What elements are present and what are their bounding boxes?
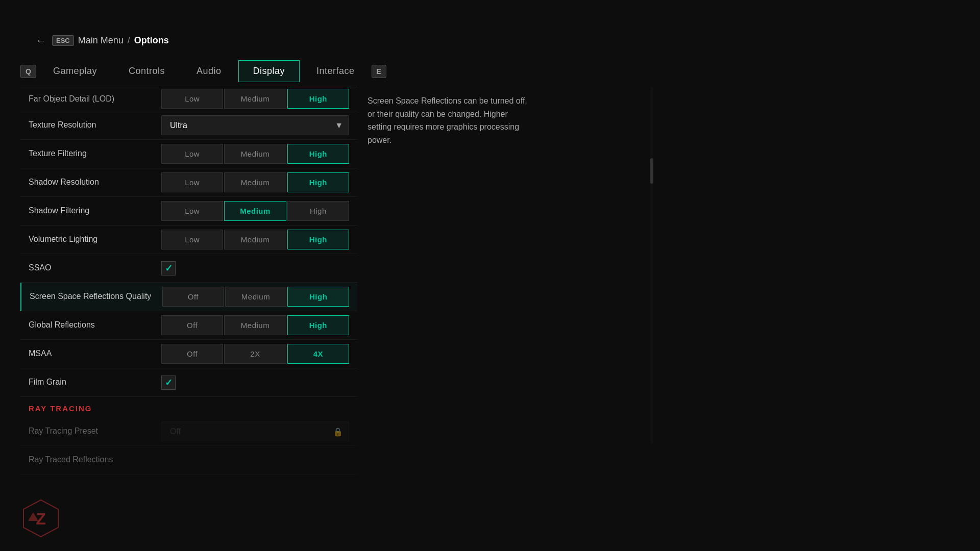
texture-resolution-dropdown-container: Ultra High Medium Low ▼ bbox=[161, 115, 349, 135]
shadow-filtering-medium[interactable]: Medium bbox=[224, 201, 286, 221]
global-reflections-buttons: Off Medium High bbox=[161, 315, 349, 335]
volumetric-lighting-label: Volumetric Lighting bbox=[29, 234, 161, 245]
msaa-off[interactable]: Off bbox=[161, 344, 223, 364]
tab-key-q[interactable]: Q bbox=[20, 65, 36, 78]
setting-row-ray-tracing-preset: Ray Tracing Preset Off 🔒 bbox=[20, 417, 357, 446]
ssao-checkbox[interactable]: ✓ bbox=[161, 261, 176, 276]
setting-row-far-object-detail: Far Object Detail (LOD) Low Medium High bbox=[20, 87, 357, 111]
ray-traced-reflections-label: Ray Traced Reflections bbox=[29, 455, 161, 465]
ssao-checkbox-wrapper: ✓ bbox=[161, 261, 176, 276]
breadcrumb: ← ESC Main Menu / Options bbox=[36, 35, 169, 46]
far-object-detail-high[interactable]: High bbox=[287, 89, 349, 109]
tab-key-e[interactable]: E bbox=[372, 65, 386, 78]
ssr-label: Screen Space Reflections Quality bbox=[30, 291, 162, 302]
texture-filtering-low[interactable]: Low bbox=[161, 144, 223, 164]
tab-controls[interactable]: Controls bbox=[114, 60, 180, 82]
shadow-filtering-high[interactable]: High bbox=[287, 201, 349, 221]
ray-tracing-preset-select: Off bbox=[161, 421, 349, 441]
far-object-detail-label: Far Object Detail (LOD) bbox=[29, 94, 161, 104]
film-grain-checkbox[interactable]: ✓ bbox=[161, 375, 176, 390]
setting-row-ray-traced-reflections: Ray Traced Reflections bbox=[20, 446, 357, 474]
tab-audio[interactable]: Audio bbox=[182, 60, 236, 82]
page-container: ← ESC Main Menu / Options Q Gameplay Con… bbox=[0, 0, 980, 551]
msaa-4x[interactable]: 4X bbox=[287, 344, 349, 364]
scrollbar-thumb[interactable] bbox=[650, 158, 653, 184]
ray-tracing-label: RAY TRACING bbox=[29, 404, 92, 413]
tab-separator bbox=[20, 86, 357, 86]
shadow-filtering-buttons: Low Medium High bbox=[161, 201, 349, 221]
ssr-medium[interactable]: Medium bbox=[225, 287, 287, 307]
msaa-label: MSAA bbox=[29, 348, 161, 359]
ssao-label: SSAO bbox=[29, 263, 161, 273]
svg-text:Z: Z bbox=[36, 510, 46, 528]
texture-resolution-label: Texture Resolution bbox=[29, 120, 161, 131]
lock-icon: 🔒 bbox=[333, 427, 343, 436]
texture-resolution-select[interactable]: Ultra High Medium Low bbox=[161, 115, 349, 135]
texture-filtering-high[interactable]: High bbox=[287, 144, 349, 164]
film-grain-label: Film Grain bbox=[29, 377, 161, 388]
shadow-resolution-label: Shadow Resolution bbox=[29, 177, 161, 188]
ray-tracing-preset-container: Off 🔒 bbox=[161, 421, 349, 441]
setting-row-volumetric-lighting: Volumetric Lighting Low Medium High bbox=[20, 226, 357, 254]
msaa-buttons: Off 2X 4X bbox=[161, 344, 349, 364]
shadow-filtering-label: Shadow Filtering bbox=[29, 206, 161, 216]
texture-filtering-medium[interactable]: Medium bbox=[224, 144, 286, 164]
tabs-row: Q Gameplay Controls Audio Display Interf… bbox=[20, 60, 386, 82]
breadcrumb-main-menu[interactable]: Main Menu bbox=[78, 35, 124, 46]
film-grain-checkmark-icon: ✓ bbox=[165, 377, 173, 388]
global-reflections-off[interactable]: Off bbox=[161, 315, 223, 335]
tab-interface[interactable]: Interface bbox=[302, 60, 370, 82]
setting-row-texture-filtering: Texture Filtering Low Medium High bbox=[20, 140, 357, 168]
texture-filtering-label: Texture Filtering bbox=[29, 148, 161, 159]
tab-gameplay[interactable]: Gameplay bbox=[38, 60, 112, 82]
setting-row-ssao: SSAO ✓ bbox=[20, 254, 357, 283]
shadow-resolution-buttons: Low Medium High bbox=[161, 172, 349, 192]
shadow-resolution-medium[interactable]: Medium bbox=[224, 172, 286, 192]
settings-panel: Far Object Detail (LOD) Low Medium High … bbox=[20, 87, 357, 551]
ssr-off[interactable]: Off bbox=[162, 287, 224, 307]
tab-display[interactable]: Display bbox=[238, 60, 300, 82]
msaa-2x[interactable]: 2X bbox=[224, 344, 286, 364]
global-reflections-label: Global Reflections bbox=[29, 320, 161, 331]
shadow-resolution-high[interactable]: High bbox=[287, 172, 349, 192]
setting-row-film-grain: Film Grain ✓ bbox=[20, 368, 357, 397]
back-arrow-icon[interactable]: ← bbox=[36, 35, 46, 46]
setting-row-shadow-filtering: Shadow Filtering Low Medium High bbox=[20, 197, 357, 226]
shadow-resolution-low[interactable]: Low bbox=[161, 172, 223, 192]
breadcrumb-current: Options bbox=[134, 35, 169, 46]
volumetric-lighting-low[interactable]: Low bbox=[161, 230, 223, 249]
setting-row-shadow-resolution: Shadow Resolution Low Medium High bbox=[20, 168, 357, 197]
ssr-buttons: Off Medium High bbox=[162, 287, 349, 307]
far-object-detail-low[interactable]: Low bbox=[161, 89, 223, 109]
global-reflections-high[interactable]: High bbox=[287, 315, 349, 335]
info-panel: Screen Space Reflections can be turned o… bbox=[368, 94, 531, 146]
setting-row-texture-resolution: Texture Resolution Ultra High Medium Low… bbox=[20, 111, 357, 140]
far-object-detail-medium[interactable]: Medium bbox=[224, 89, 286, 109]
info-panel-text: Screen Space Reflections can be turned o… bbox=[368, 94, 531, 146]
setting-row-ssr: Screen Space Reflections Quality Off Med… bbox=[20, 283, 357, 311]
volumetric-lighting-high[interactable]: High bbox=[287, 230, 349, 249]
logo-icon: Z bbox=[20, 498, 61, 539]
texture-filtering-buttons: Low Medium High bbox=[161, 144, 349, 164]
breadcrumb-separator: / bbox=[128, 35, 130, 46]
global-reflections-medium[interactable]: Medium bbox=[224, 315, 286, 335]
volumetric-lighting-medium[interactable]: Medium bbox=[224, 230, 286, 249]
shadow-filtering-low[interactable]: Low bbox=[161, 201, 223, 221]
logo-watermark: Z bbox=[20, 498, 61, 541]
far-object-detail-buttons: Low Medium High bbox=[161, 89, 349, 109]
ray-tracing-section-header: RAY TRACING bbox=[20, 397, 357, 417]
ssr-high[interactable]: High bbox=[287, 287, 349, 307]
film-grain-checkbox-wrapper: ✓ bbox=[161, 375, 176, 390]
setting-row-global-reflections: Global Reflections Off Medium High bbox=[20, 311, 357, 340]
ray-tracing-preset-label: Ray Tracing Preset bbox=[29, 426, 161, 437]
setting-row-msaa: MSAA Off 2X 4X bbox=[20, 340, 357, 368]
esc-key-badge[interactable]: ESC bbox=[52, 35, 74, 46]
ssao-checkmark-icon: ✓ bbox=[165, 263, 173, 274]
scrollbar-track[interactable] bbox=[650, 87, 653, 444]
volumetric-lighting-buttons: Low Medium High bbox=[161, 230, 349, 249]
